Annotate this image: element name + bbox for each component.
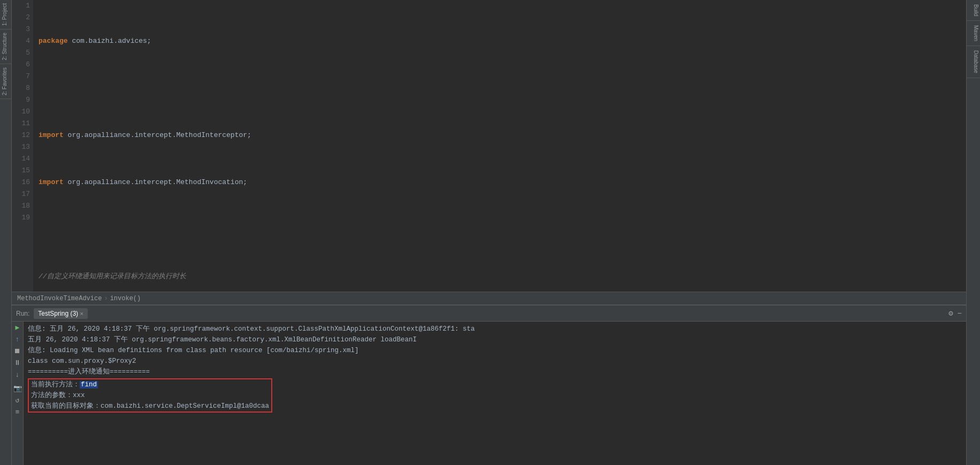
- breadcrumb-sep: ›: [104, 295, 108, 302]
- run-panel-header: Run: TestSpring (3) × ⚙ −: [12, 306, 966, 322]
- console-line-2: 五月 26, 2020 4:18:37 下午 org.springframewo…: [28, 334, 962, 345]
- console-line-7: 方法的参数：xxx: [31, 390, 269, 401]
- code-line-1: package com.baizhi.advices;: [39, 35, 966, 47]
- right-tab-build[interactable]: Build: [967, 0, 980, 21]
- keyword-package: package: [39, 35, 68, 47]
- console-red-box: 当前执行方法：find 方法的参数：xxx 获取当前的目标对象：com.baiz…: [28, 378, 272, 413]
- run-side-toolbar: ▶ ↑ ⏹ ⏸ ↓ 📷 ↺ ≡: [12, 322, 24, 465]
- right-tab-database[interactable]: Database: [967, 46, 980, 78]
- breadcrumb: MethodInvokeTimeAdvice › invoke(): [12, 292, 966, 304]
- refresh-button[interactable]: ↺: [12, 394, 24, 406]
- code-editor: 1 2 3 4 5 6 7 8 9 10 11 12 13 14 15 16 1…: [12, 0, 966, 304]
- sidebar-item-favorites[interactable]: 2: Favorites: [0, 64, 11, 99]
- gear-area: ⚙ −: [948, 309, 962, 318]
- code-line-2: [39, 82, 966, 94]
- breadcrumb-method: invoke(): [110, 295, 141, 302]
- sidebar-item-project[interactable]: 1: Project: [0, 0, 11, 29]
- pause-button[interactable]: ⏸: [12, 357, 24, 369]
- run-panel-body: ▶ ↑ ⏹ ⏸ ↓ 📷 ↺ ≡ 信息: 五月 26, 2020 4:18:37 …: [12, 322, 966, 465]
- up-button[interactable]: ↑: [12, 333, 24, 345]
- left-sidebar: 1: Project 2: Structure 2: Favorites: [0, 0, 12, 465]
- sidebar-item-structure[interactable]: 2: Structure: [0, 29, 11, 64]
- tab-close-btn[interactable]: ×: [80, 310, 83, 317]
- run-button[interactable]: ▶: [12, 322, 24, 333]
- run-label: Run:: [16, 310, 29, 317]
- breadcrumb-class: MethodInvokeTimeAdvice: [17, 295, 102, 302]
- code-content: 1 2 3 4 5 6 7 8 9 10 11 12 13 14 15 16 1…: [12, 0, 966, 292]
- console-line-4: class com.sun.proxy.$Proxy2: [28, 356, 962, 367]
- screenshot-button[interactable]: 📷: [12, 383, 24, 394]
- console-line-6: 当前执行方法：find: [31, 379, 269, 390]
- run-panel: Run: TestSpring (3) × ⚙ − ▶ ↑ ⏹ ⏸ ↓ 📷 ↺: [12, 304, 966, 465]
- minimize-icon[interactable]: −: [958, 309, 962, 318]
- line-numbers: 1 2 3 4 5 6 7 8 9 10 11 12 13 14 15 16 1…: [12, 0, 33, 292]
- console-line-3: 信息: Loading XML bean definitions from cl…: [28, 345, 962, 356]
- gear-icon[interactable]: ⚙: [948, 309, 953, 318]
- code-line-5: [39, 224, 966, 235]
- down-button[interactable]: ↓: [12, 369, 24, 380]
- console-line-1: 信息: 五月 26, 2020 4:18:37 下午 org.springfra…: [28, 324, 962, 334]
- run-console[interactable]: 信息: 五月 26, 2020 4:18:37 下午 org.springfra…: [24, 322, 966, 465]
- code-body: package com.baizhi.advices; import org.a…: [33, 0, 966, 292]
- main-area: 1 2 3 4 5 6 7 8 9 10 11 12 13 14 15 16 1…: [12, 0, 966, 465]
- console-line-5: ==========进入环绕通知==========: [28, 367, 962, 377]
- code-line-6: //自定义环绕通知用来记录目标方法的执行时长: [39, 271, 966, 283]
- code-line-4: import org.aopalliance.intercept.MethodI…: [39, 177, 966, 188]
- run-tab-active[interactable]: TestSpring (3) ×: [34, 308, 87, 319]
- find-highlight: find: [80, 381, 98, 388]
- right-tab-maven[interactable]: Maven: [967, 21, 980, 46]
- code-line-3: import org.aopalliance.intercept.MethodI…: [39, 129, 966, 141]
- right-sidebar: Build Maven Database: [966, 0, 980, 465]
- menu-button[interactable]: ≡: [12, 406, 24, 418]
- console-line-8: 获取当前的目标对象：com.baizhi.service.DeptService…: [31, 401, 269, 411]
- stop-button[interactable]: ⏹: [12, 345, 24, 357]
